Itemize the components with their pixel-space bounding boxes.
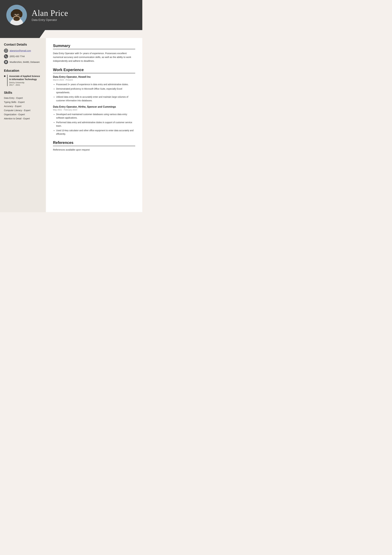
- job-bullet-item: Performed data entry and administrative …: [56, 121, 135, 128]
- job-entry: Data Entry Operator, Howell IncMarch 202…: [53, 75, 135, 102]
- education-item: Associate of Applied Science in Informat…: [4, 75, 42, 86]
- work-experience-title: Work Experience: [53, 68, 135, 73]
- svg-point-13: [18, 15, 19, 15]
- skills-section-title: Skills: [4, 91, 42, 95]
- edu-degree: Associate of Applied Science in Informat…: [9, 75, 42, 81]
- jobs-list: Data Entry Operator, Howell IncMarch 202…: [53, 75, 135, 136]
- skills-section: Skills Data Entry - ExpertTyping Skills …: [4, 91, 42, 120]
- avatar: [6, 5, 27, 25]
- resume-header: Alan Price Data Entry Operator: [0, 0, 142, 30]
- edu-content: Associate of Applied Science in Informat…: [7, 75, 42, 86]
- job-dates: May 2021 - February 2023: [53, 109, 135, 111]
- education-section-title: Education: [4, 69, 42, 73]
- job-bullet-item: Developed and maintained customer databa…: [56, 113, 135, 120]
- summary-title: Summary: [53, 44, 135, 49]
- chevron-dark: [0, 30, 40, 38]
- contact-section-title: Contact Details: [4, 43, 42, 46]
- email-item: alanprice@gmail.com: [4, 49, 42, 53]
- candidate-name: Alan Price: [32, 8, 68, 18]
- email-value: alanprice@gmail.com: [10, 49, 31, 52]
- job-bullet-item: Possessed 3+ years of experience in data…: [56, 83, 135, 86]
- header-info: Alan Price Data Entry Operator: [32, 8, 68, 22]
- contact-section: Contact Details alanprice@gmail.com (655…: [4, 43, 42, 64]
- job-title: Data Entry Operator, Hirthe, Spencer and…: [53, 105, 135, 108]
- job-dates: March 2023 - Present: [53, 79, 135, 81]
- work-experience-section: Work Experience Data Entry Operator, How…: [53, 68, 135, 136]
- job-bullets: Possessed 3+ years of experience in data…: [53, 83, 135, 102]
- svg-point-12: [15, 15, 16, 15]
- skill-item: Accuracy - Expert: [4, 105, 42, 108]
- svg-point-11: [17, 15, 19, 16]
- svg-point-17: [15, 17, 19, 18]
- job-title: Data Entry Operator, Howell Inc: [53, 75, 135, 78]
- skill-item: Typing Skills - Expert: [4, 101, 42, 103]
- main-layout: Contact Details alanprice@gmail.com (655…: [0, 38, 142, 212]
- candidate-title: Data Entry Operator: [32, 18, 68, 22]
- job-entry: Data Entry Operator, Hirthe, Spencer and…: [53, 105, 135, 136]
- job-bullet-item: Utilized data entry skills to accurately…: [56, 95, 135, 102]
- job-bullet-item: Used 10-key calculator and other office …: [56, 129, 135, 136]
- job-bullets: Developed and maintained customer databa…: [53, 113, 135, 136]
- skill-item: Computer Literacy - Expert: [4, 109, 42, 112]
- phone-icon: [4, 54, 8, 58]
- summary-section: Summary Data Entry Operator with 5+ year…: [53, 44, 135, 63]
- chevron-light: [40, 30, 142, 38]
- header-decoration: [0, 30, 142, 38]
- references-title: References: [53, 140, 135, 146]
- location-value: Muellershire, 64480, Delaware: [10, 61, 40, 63]
- edu-years: 2017 - 2021: [9, 84, 42, 86]
- location-item: Muellershire, 64480, Delaware: [4, 60, 42, 64]
- skill-item: Data Entry - Expert: [4, 97, 42, 99]
- location-icon: [4, 60, 8, 64]
- edu-bullet-icon: [4, 75, 6, 77]
- sidebar: Contact Details alanprice@gmail.com (655…: [0, 38, 46, 212]
- references-section: References References available upon req…: [53, 140, 135, 151]
- skill-item: Organization - Expert: [4, 113, 42, 116]
- education-section: Education Associate of Applied Science i…: [4, 69, 42, 86]
- skills-list: Data Entry - ExpertTyping Skills - Exper…: [4, 97, 42, 120]
- main-content: Summary Data Entry Operator with 5+ year…: [46, 38, 142, 212]
- references-text: References available upon request: [53, 148, 135, 151]
- phone-value: (655) 430 7744: [10, 55, 25, 58]
- svg-point-10: [14, 15, 16, 16]
- email-icon: [4, 49, 8, 53]
- job-bullet-item: Demonstrated proficiency in Microsoft Of…: [56, 87, 135, 94]
- summary-text: Data Entry Operator with 5+ years of exp…: [53, 51, 135, 63]
- edu-school: DeVry University: [9, 81, 42, 84]
- skill-item: Attention to Detail - Expert: [4, 117, 42, 120]
- phone-item: (655) 430 7744: [4, 54, 42, 58]
